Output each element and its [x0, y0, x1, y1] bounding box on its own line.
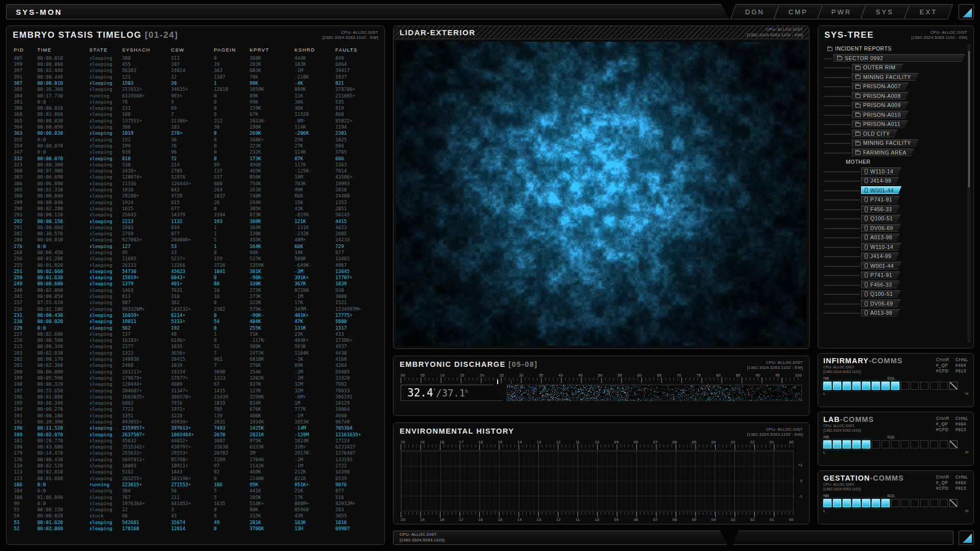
- timelog-row[interactable]: 38400:17.730running6319560+993+089K11K21…: [7, 93, 384, 99]
- timelog-row[interactable]: 990:0sleeping1976364+441453+1635514K+808…: [7, 500, 384, 507]
- timelog-row[interactable]: 33200:00.070sleeping818720173K87K686: [7, 156, 384, 162]
- column-header-csw[interactable]: CSW: [171, 47, 214, 53]
- comms-cell[interactable]: [881, 440, 890, 448]
- timelog-row[interactable]: 21500:00.340sleeping2377103552360K593K49…: [7, 343, 384, 349]
- timelog-row[interactable]: 19700:55.650sleeping204607+31347+1415127…: [7, 388, 384, 394]
- comms-cell[interactable]: [872, 499, 880, 507]
- comms-cell[interactable]: [940, 382, 948, 390]
- timelog-row[interactable]: 19400:00.270sleeping77231972+705676K777K…: [7, 406, 384, 412]
- comms-cell[interactable]: [872, 440, 880, 448]
- timelog-row[interactable]: 36500:00.030sleeping137551+21306+2122033…: [7, 118, 384, 124]
- tree-item-incident-reports[interactable]: INCIDENT REPORTS: [822, 44, 965, 54]
- comms-cell[interactable]: [833, 440, 841, 448]
- comms-cell[interactable]: [823, 440, 831, 448]
- tree-item-old-city[interactable]: OLD CITY: [822, 129, 965, 138]
- timelog-row[interactable]: 30600:06.090sleeping11336126444+600754K7…: [7, 181, 384, 187]
- comms-cell[interactable]: [852, 499, 861, 507]
- systree-scrollbar[interactable]: [968, 44, 970, 342]
- timelog-row[interactable]: 24800:02.060sleeping1463763116273K872889…: [7, 287, 384, 293]
- timelog-row[interactable]: 22600:00.500sleeping16103+6196+0-117K-40…: [7, 337, 384, 343]
- comms-cell[interactable]: [940, 440, 948, 448]
- comms-cell[interactable]: [872, 382, 880, 390]
- timelog-row[interactable]: 10001:06.890sleeping7672115105K17K516: [7, 494, 384, 500]
- timelog-row[interactable]: 2290:0sleeping5621920255K131K1317: [7, 325, 384, 331]
- column-header-pid[interactable]: PID: [14, 47, 37, 53]
- timelog-row[interactable]: 29900:00.040sleeping192461526294K15K1352: [7, 199, 384, 206]
- timelog-row[interactable]: 18108:20.770sleeping4563244652+3887975K1…: [7, 438, 384, 444]
- timelog-row[interactable]: 19600:01.080sleeping1683035+306570+23439…: [7, 394, 384, 400]
- comms-cell[interactable]: [862, 499, 870, 507]
- comms-cell[interactable]: [881, 382, 890, 390]
- timelog-row[interactable]: 20000:06.080sleeping181213+193343098154K…: [7, 369, 384, 375]
- timelog-row[interactable]: 30000:00.040sleeping29200+47281037740K86…: [7, 193, 384, 199]
- timelog-row[interactable]: 3470:0sleeping939960232K114K3765: [7, 149, 384, 155]
- tree-item-q100-51[interactable]: Q100-51: [822, 289, 965, 299]
- timelog-row[interactable]: 19000:11.520sleeping2359957+397613+74931…: [7, 425, 384, 431]
- timelog-row[interactable]: 24900:00.600sleeping1379401+88330K367K18…: [7, 281, 384, 287]
- tree-item-prison-a009[interactable]: PRISON-A009: [822, 101, 965, 110]
- tree-item-prison-a011[interactable]: PRISON-A011: [822, 119, 965, 129]
- tab-pwr[interactable]: PWR: [817, 4, 867, 19]
- tree-item-a013-98[interactable]: A013-98: [822, 308, 965, 318]
- timelog-row[interactable]: 1060:0running223615+271553+18695K951K+90…: [7, 482, 384, 488]
- comms-cell[interactable]: [901, 382, 909, 390]
- column-header-state[interactable]: STATE: [89, 47, 122, 53]
- comms-cell[interactable]: [891, 440, 899, 448]
- comms-cell[interactable]: [901, 440, 909, 448]
- tab-ext[interactable]: EXT: [904, 4, 953, 19]
- tree-item-prison-a010[interactable]: PRISON-A010: [822, 110, 965, 119]
- timelog-row[interactable]: 23100:00.430sleeping16039+6214+0-96K-401…: [7, 312, 384, 318]
- comms-cell[interactable]: [930, 382, 938, 390]
- tree-item-a013-98[interactable]: A013-98: [822, 233, 965, 242]
- tab-sys[interactable]: SYS: [861, 4, 910, 19]
- timelog-row[interactable]: 20200:00.170sleeping14893820415961681BK-…: [7, 356, 384, 362]
- comms-cell[interactable]: [843, 382, 851, 390]
- comms-cell[interactable]: [823, 499, 831, 507]
- timelog-row[interactable]: 19500:00.340sleeping686279161819834K1M18…: [7, 400, 384, 406]
- tree-item-outer-rim[interactable]: OUTER RIM: [822, 63, 965, 72]
- comms-cell[interactable]: [833, 499, 841, 507]
- comms-cell[interactable]: [911, 382, 919, 390]
- tree-item-w110-14[interactable]: W110-14: [822, 166, 965, 176]
- timelog-row[interactable]: 17900:14.470sleeping255633+29553+207821M…: [7, 450, 384, 456]
- timelog-row[interactable]: 5400:00.020stuck66430315K43K3655: [7, 513, 384, 519]
- timelog-row[interactable]: 38700:00.010sleeping150320198K-4K821: [7, 80, 384, 86]
- comms-cell[interactable]: [823, 382, 831, 390]
- timelog-row[interactable]: 36300:00.030sleeping1019270+0269K-206K23…: [7, 130, 384, 136]
- tree-item-f456-33[interactable]: F456-33: [822, 280, 965, 289]
- timelog-row[interactable]: 1040:0sleeping304565441K21K877: [7, 488, 384, 494]
- timelog-row[interactable]: 39700:02.440sleeping5638324014363683K-1M…: [7, 67, 384, 73]
- column-header-pagein[interactable]: PAGEIN: [214, 47, 250, 53]
- timelog-row[interactable]: 28000:00.010sleeping927003+204800+5455K4…: [7, 237, 384, 243]
- tree-item-p741-91[interactable]: P741-91: [822, 270, 965, 280]
- timelog-row[interactable]: 19300:00.100sleeping33513220139406K-1M46…: [7, 413, 384, 419]
- comms-cell[interactable]: [940, 499, 948, 507]
- timelog-row[interactable]: 29300:00.120sleeping25643143793194873K-8…: [7, 212, 384, 218]
- column-header-syshach[interactable]: SYSHACH: [122, 47, 171, 53]
- timelog-row[interactable]: 29800:02.280sleeping16256770305K43K2051: [7, 206, 384, 212]
- comms-cell[interactable]: [862, 440, 870, 448]
- tree-item-mining-facility[interactable]: MINING FACILITY: [822, 72, 965, 82]
- comms-cell[interactable]: [930, 499, 938, 507]
- edit-pencil-icon[interactable]: [949, 382, 958, 390]
- timelog-row[interactable]: 30500:01.310sleeping1810643264261K49K201…: [7, 187, 384, 193]
- timelog-row[interactable]: 20100:02.360sleeping246810397276K89K4264: [7, 362, 384, 368]
- timelog-row[interactable]: 38000:00.010sleeping231690159K36K919: [7, 105, 384, 111]
- comms-cell[interactable]: [833, 382, 841, 390]
- comms-cell[interactable]: [843, 440, 851, 448]
- tree-item-j414-99[interactable]: J414-99: [822, 252, 965, 261]
- comms-cell[interactable]: [930, 440, 938, 448]
- tab-dgn[interactable]: DGN: [730, 4, 780, 19]
- tree-item-dv06-69[interactable]: DV06-69: [822, 223, 965, 233]
- tree-item-prison-a007[interactable]: PRISON-A007: [822, 82, 965, 91]
- tree-item-p741-91[interactable]: P741-91: [822, 195, 965, 205]
- timelog-row[interactable]: 18000:43.680sleeping3515342+438797+33630…: [7, 444, 384, 450]
- comms-cell[interactable]: [881, 499, 890, 507]
- timelog-row[interactable]: 19100:39.390sleeping493855+49939+2831193…: [7, 419, 384, 425]
- edit-pencil-icon[interactable]: [949, 440, 958, 448]
- timelog-row[interactable]: 26800:00.450sleeping9543094K34K677: [7, 249, 384, 256]
- timelog-row[interactable]: 25000:01.630sleeping15919+6043+0-96K-391…: [7, 274, 384, 281]
- tree-item-dv06-69[interactable]: DV06-69: [822, 298, 965, 308]
- tree-item-f456-33[interactable]: F456-33: [822, 204, 965, 214]
- timelog-row[interactable]: 38500:36.360sleeping217013+34635+1261018…: [7, 86, 384, 92]
